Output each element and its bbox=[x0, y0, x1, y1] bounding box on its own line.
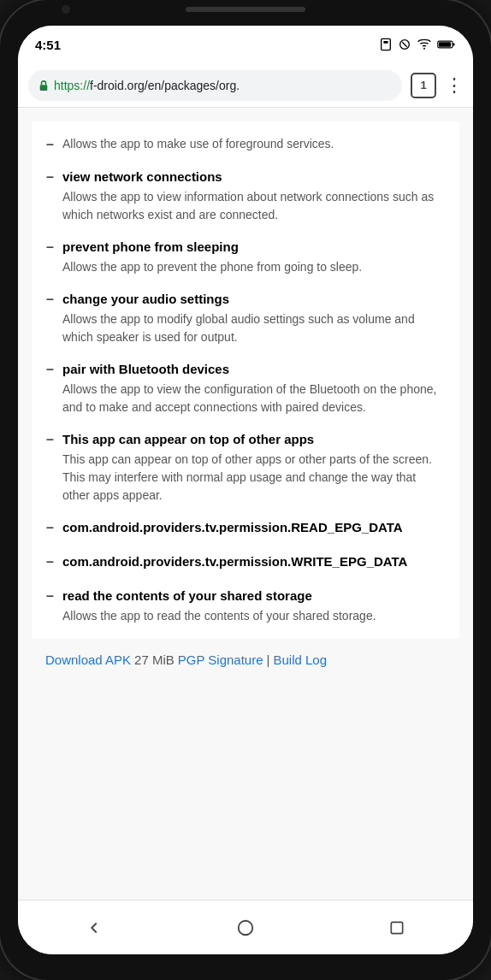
file-size-text: 27 MiB bbox=[134, 652, 175, 667]
tab-switcher-button[interactable]: 1 bbox=[411, 73, 436, 98]
status-time: 4:51 bbox=[35, 38, 61, 52]
permission-description: Allows the app to view the configuration… bbox=[62, 381, 446, 416]
bullet-icon: – bbox=[38, 290, 54, 346]
bullet-icon: – bbox=[38, 135, 54, 154]
status-icons bbox=[379, 38, 456, 51]
page-content[interactable]: – Allows the app to make use of foregrou… bbox=[18, 108, 473, 900]
list-item: – change your audio settings Allows the … bbox=[32, 283, 459, 353]
bullet-icon: – bbox=[38, 430, 54, 505]
permission-content: com.android.providers.tv.permission.WRIT… bbox=[62, 552, 446, 573]
home-button[interactable] bbox=[224, 906, 267, 949]
svg-rect-0 bbox=[382, 38, 391, 50]
lock-icon bbox=[38, 80, 49, 92]
list-item: – view network connections Allows the ap… bbox=[32, 161, 459, 231]
separator: | bbox=[267, 652, 270, 667]
svg-point-9 bbox=[239, 920, 253, 935]
svg-line-3 bbox=[402, 42, 406, 46]
sim-icon bbox=[379, 38, 393, 51]
phone-frame: 4:51 https://f-droid.org/en/packages/org… bbox=[0, 0, 491, 980]
svg-rect-10 bbox=[392, 922, 403, 933]
svg-point-4 bbox=[423, 48, 425, 50]
url-domain: f-droid.org/en/packages/org. bbox=[90, 79, 240, 92]
permission-title: com.android.providers.tv.permission.WRIT… bbox=[62, 552, 446, 570]
top-bar-indicator bbox=[186, 7, 305, 12]
camera-dot bbox=[62, 5, 70, 14]
back-button[interactable] bbox=[73, 906, 115, 949]
url-text: https://f-droid.org/en/packages/org. bbox=[54, 79, 240, 92]
battery-icon bbox=[437, 39, 456, 50]
list-item: – pair with Bluetooth devices Allows the… bbox=[32, 353, 459, 423]
permission-content: view network connections Allows the app … bbox=[62, 168, 446, 224]
permission-content: change your audio settings Allows the ap… bbox=[62, 290, 446, 346]
back-icon bbox=[85, 918, 104, 937]
bullet-icon: – bbox=[38, 168, 54, 224]
status-bar: 4:51 bbox=[18, 26, 473, 63]
recents-icon bbox=[388, 919, 405, 936]
permission-title: change your audio settings bbox=[62, 290, 446, 308]
permission-content: Allows the app to make use of foreground… bbox=[62, 135, 446, 154]
permission-title: pair with Bluetooth devices bbox=[62, 360, 446, 378]
recents-button[interactable] bbox=[376, 906, 418, 949]
svg-rect-8 bbox=[40, 85, 48, 91]
permission-description: Allows the app to prevent the phone from… bbox=[62, 258, 446, 276]
bullet-icon: – bbox=[38, 238, 54, 276]
no-signal-icon bbox=[398, 38, 411, 51]
permissions-list: – Allows the app to make use of foregrou… bbox=[32, 121, 459, 639]
permission-description: Allows the app to view information about… bbox=[62, 188, 446, 224]
download-section: Download APK 27 MiB PGP Signature | Buil… bbox=[32, 639, 459, 681]
home-icon bbox=[236, 918, 255, 937]
list-item: – com.android.providers.tv.permission.WR… bbox=[32, 546, 459, 580]
bullet-icon: – bbox=[38, 587, 54, 625]
permission-content: This app can appear on top of other apps… bbox=[62, 430, 446, 505]
download-apk-link[interactable]: Download APK bbox=[45, 652, 131, 667]
permission-description: Allows the app to modify global audio se… bbox=[62, 310, 446, 346]
permission-content: prevent phone from sleeping Allows the a… bbox=[62, 238, 446, 276]
url-protocol: https:// bbox=[54, 79, 90, 92]
permission-content: com.android.providers.tv.permission.READ… bbox=[62, 518, 446, 539]
bullet-icon: – bbox=[38, 552, 54, 573]
svg-rect-1 bbox=[383, 41, 387, 44]
permission-title: prevent phone from sleeping bbox=[62, 238, 446, 256]
bullet-icon: – bbox=[38, 360, 54, 416]
permission-title: read the contents of your shared storage bbox=[62, 587, 446, 605]
wifi-icon bbox=[417, 38, 432, 51]
phone-screen: 4:51 https://f-droid.org/en/packages/org… bbox=[18, 26, 473, 954]
permission-content: read the contents of your shared storage… bbox=[62, 587, 446, 625]
list-item: – read the contents of your shared stora… bbox=[32, 580, 459, 632]
nav-bar bbox=[18, 900, 473, 954]
url-input-box[interactable]: https://f-droid.org/en/packages/org. bbox=[28, 70, 402, 101]
list-item: – com.android.providers.tv.permission.RE… bbox=[32, 511, 459, 546]
svg-rect-6 bbox=[439, 42, 451, 47]
permission-description: This app can appear on top of other apps… bbox=[62, 451, 446, 505]
list-item: – This app can appear on top of other ap… bbox=[32, 423, 459, 511]
permission-description: Allows the app to make use of foreground… bbox=[62, 135, 446, 153]
build-log-link[interactable]: Build Log bbox=[273, 652, 327, 667]
address-bar[interactable]: https://f-droid.org/en/packages/org. 1 ⋮ bbox=[18, 63, 473, 108]
permission-title: com.android.providers.tv.permission.READ… bbox=[62, 518, 446, 536]
pgp-signature-link[interactable]: PGP Signature bbox=[178, 652, 263, 667]
list-item: – prevent phone from sleeping Allows the… bbox=[32, 231, 459, 283]
browser-menu-button[interactable]: ⋮ bbox=[445, 76, 463, 95]
permission-content: pair with Bluetooth devices Allows the a… bbox=[62, 360, 446, 416]
bullet-icon: – bbox=[38, 518, 54, 539]
permission-description: Allows the app to read the contents of y… bbox=[62, 607, 446, 625]
permission-title: view network connections bbox=[62, 168, 446, 186]
svg-rect-7 bbox=[453, 43, 454, 45]
permission-title: This app can appear on top of other apps bbox=[62, 430, 446, 448]
list-item: – Allows the app to make use of foregrou… bbox=[32, 128, 459, 161]
